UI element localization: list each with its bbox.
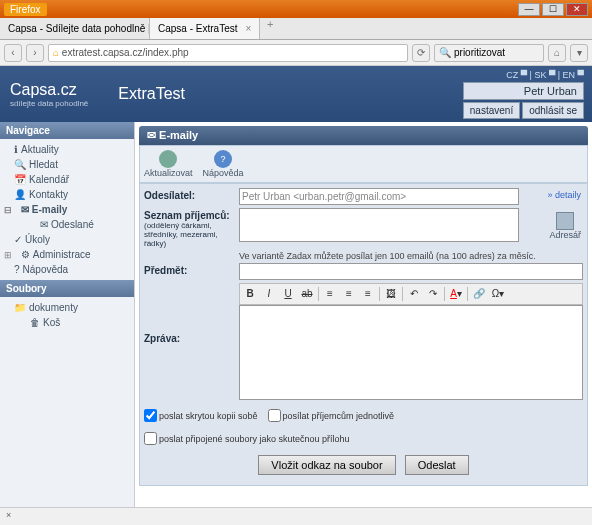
bookmarks-button[interactable]: ▾ xyxy=(570,44,588,62)
align-right-button[interactable]: ≡ xyxy=(360,286,376,302)
reload-button[interactable]: ⟳ xyxy=(412,44,430,62)
window-close[interactable]: ✕ xyxy=(566,3,588,16)
sent-icon: ✉ xyxy=(40,219,48,230)
tree-collapse-icon[interactable]: ⊟ xyxy=(4,205,12,215)
sidebar-item-emaily[interactable]: ⊟ ✉E-maily xyxy=(0,202,134,217)
close-tab-icon[interactable]: × xyxy=(245,23,251,34)
recipients-field[interactable] xyxy=(239,208,519,242)
window-maximize[interactable]: ☐ xyxy=(542,3,564,16)
tree-expand-icon[interactable]: ⊞ xyxy=(4,250,12,260)
editor-toolbar: B I U ab ≡ ≡ ≡ 🖼 ↶ ↷ xyxy=(239,283,583,305)
underline-button[interactable]: U xyxy=(280,286,296,302)
logo[interactable]: Capsa.cz sdílejte data pohodlně xyxy=(10,81,88,108)
search-icon: 🔍 xyxy=(14,159,26,170)
trash-icon: 🗑 xyxy=(30,317,40,328)
panel-title: E-maily xyxy=(139,126,588,145)
help-button[interactable]: ?Nápověda xyxy=(203,150,244,178)
sender-field[interactable] xyxy=(239,188,519,205)
main-panel: E-maily Aktualizovat ?Nápověda » detaily… xyxy=(135,122,592,525)
check-real-attachment[interactable]: poslat připojené soubory jako skutečnou … xyxy=(144,432,350,445)
recipients-label: Seznam příjemců:(oddělený čárkami, střed… xyxy=(144,208,239,248)
back-button[interactable]: ‹ xyxy=(4,44,22,62)
options-checks: poslat skrytou kopii sobě posílat příjem… xyxy=(144,405,583,449)
subject-field[interactable] xyxy=(239,263,583,280)
info-icon: ℹ xyxy=(14,144,18,155)
sidebar-item-hledat[interactable]: 🔍Hledat xyxy=(0,157,134,172)
bold-button[interactable]: B xyxy=(242,286,258,302)
forward-button[interactable]: › xyxy=(26,44,44,62)
omega-button[interactable]: Ω▾ xyxy=(490,286,506,302)
sender-label: Odesílatel: xyxy=(144,188,239,201)
check-send-individually[interactable]: posílat příjemcům jednotlivě xyxy=(268,409,395,422)
tasks-icon: ✓ xyxy=(14,234,22,245)
language-switch[interactable]: CZ ▀ | SK ▀ | EN ▀ xyxy=(463,70,584,80)
admin-icon: ⚙ xyxy=(21,249,30,260)
strike-button[interactable]: ab xyxy=(299,286,315,302)
home-button[interactable]: ⌂ xyxy=(548,44,566,62)
url-bar[interactable]: ⌂ extratest.capsa.cz/index.php xyxy=(48,44,408,62)
sidebar-item-aktuality[interactable]: ℹAktuality xyxy=(0,142,134,157)
sidebar-folder-kos[interactable]: 🗑Koš xyxy=(0,315,134,330)
firefox-menu-button[interactable]: Firefox xyxy=(4,3,47,16)
help-icon: ? xyxy=(14,264,20,275)
sidebar-item-napoveda[interactable]: ?Nápověda xyxy=(0,262,134,277)
email-form: » detaily Adresář Odesílatel: Seznam pří… xyxy=(139,183,588,486)
sidebar-item-administrace[interactable]: ⊞ ⚙Administrace xyxy=(0,247,134,262)
italic-button[interactable]: I xyxy=(261,286,277,302)
sidebar-item-odeslane[interactable]: ✉Odeslané xyxy=(0,217,134,232)
folder-icon: 📁 xyxy=(14,302,26,313)
sidebar-files-header: Soubory xyxy=(0,280,134,297)
sidebar-item-kalendar[interactable]: 📅Kalendář xyxy=(0,172,134,187)
help-icon: ? xyxy=(214,150,232,168)
browser-navbar: ‹ › ⌂ extratest.capsa.cz/index.php ⟳ 🔍pr… xyxy=(0,40,592,66)
align-center-button[interactable]: ≡ xyxy=(341,286,357,302)
insert-file-link-button[interactable]: Vložit odkaz na soubor xyxy=(258,455,395,475)
undo-button[interactable]: ↶ xyxy=(406,286,422,302)
refresh-icon xyxy=(159,150,177,168)
browser-tabs: Capsa - Sdílejte data pohodlně | Vlast..… xyxy=(0,18,592,40)
subject-label: Předmět: xyxy=(144,263,239,276)
status-bar: × xyxy=(0,507,592,525)
contacts-icon: 👤 xyxy=(14,189,26,200)
message-label: Zpráva: xyxy=(144,283,239,402)
search-bar[interactable]: 🔍prioritizovat xyxy=(434,44,544,62)
mail-icon: ✉ xyxy=(21,204,29,215)
logout-button[interactable]: odhlásit se xyxy=(522,102,584,119)
redo-button[interactable]: ↷ xyxy=(425,286,441,302)
check-bcc-self[interactable]: poslat skrytou kopii sobě xyxy=(144,409,258,422)
calendar-icon: 📅 xyxy=(14,174,26,185)
app-title: ExtraTest xyxy=(118,85,185,103)
user-box: Petr Urban xyxy=(463,82,584,100)
panel-toolbar: Aktualizovat ?Nápověda xyxy=(139,145,588,183)
addressbook-button[interactable]: Adresář xyxy=(549,212,581,240)
font-color-button[interactable]: A▾ xyxy=(448,286,464,302)
image-button[interactable]: 🖼 xyxy=(383,286,399,302)
message-field[interactable] xyxy=(239,305,583,400)
details-link[interactable]: » detaily xyxy=(547,190,581,200)
link-button[interactable]: 🔗 xyxy=(471,286,487,302)
sidebar: Navigace ℹAktuality 🔍Hledat 📅Kalendář 👤K… xyxy=(0,122,135,525)
sidebar-item-ukoly[interactable]: ✓Úkoly xyxy=(0,232,134,247)
sidebar-folder-dokumenty[interactable]: 📁dokumenty xyxy=(0,300,134,315)
browser-tab-1[interactable]: Capsa - ExtraTest× xyxy=(150,18,260,39)
addressbook-icon xyxy=(556,212,574,230)
align-left-button[interactable]: ≡ xyxy=(322,286,338,302)
app-header: Capsa.cz sdílejte data pohodlně ExtraTes… xyxy=(0,66,592,122)
refresh-button[interactable]: Aktualizovat xyxy=(144,150,193,178)
browser-tab-0[interactable]: Capsa - Sdílejte data pohodlně | Vlast..… xyxy=(0,18,150,39)
sidebar-nav-header: Navigace xyxy=(0,122,134,139)
limit-note: Ve variantě Zadax můžete posílat jen 100… xyxy=(239,251,583,261)
send-button[interactable]: Odeslat xyxy=(405,455,469,475)
browser-titlebar: Firefox — ☐ ✕ xyxy=(0,0,592,18)
window-minimize[interactable]: — xyxy=(518,3,540,16)
new-tab-button[interactable]: + xyxy=(260,18,280,39)
sidebar-item-kontakty[interactable]: 👤Kontakty xyxy=(0,187,134,202)
settings-button[interactable]: nastavení xyxy=(463,102,520,119)
